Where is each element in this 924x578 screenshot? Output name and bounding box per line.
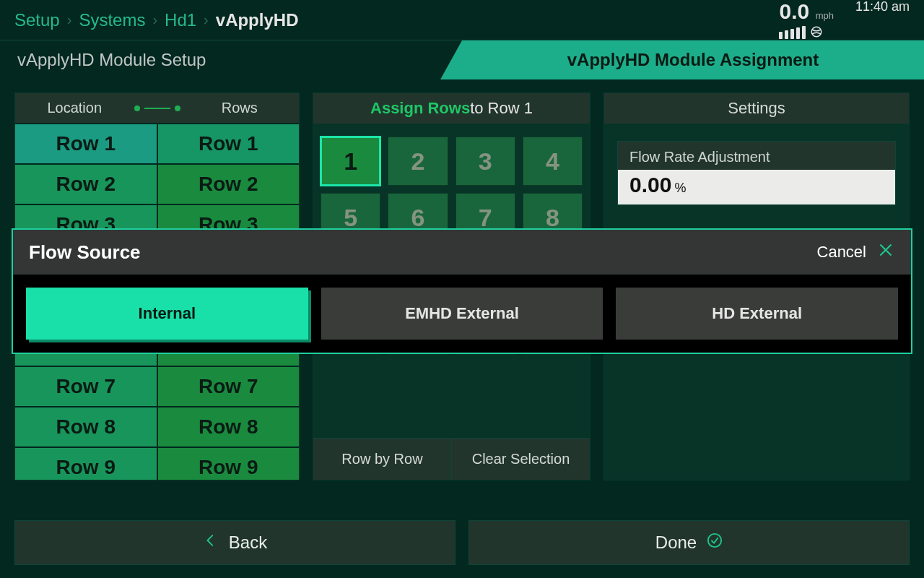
back-button[interactable]: Back xyxy=(14,520,456,565)
svg-point-1 xyxy=(708,534,721,547)
col-location: Location xyxy=(15,100,134,116)
clear-selection-button[interactable]: Clear Selection xyxy=(452,439,590,480)
close-icon xyxy=(876,241,895,264)
footer-bar: Back Done xyxy=(14,520,910,565)
table-row[interactable]: Row 9Row 9 xyxy=(15,447,299,480)
chevron-left-icon xyxy=(203,532,219,553)
svg-point-0 xyxy=(812,27,822,37)
row-cell[interactable]: Row 2 xyxy=(158,165,300,204)
flow-source-option[interactable]: HD External xyxy=(616,288,898,340)
speed-unit: mph xyxy=(816,10,834,21)
settings-header: Settings xyxy=(604,93,909,124)
breadcrumb: Setup › Systems › Hd1 › vApplyHD xyxy=(14,10,298,30)
chevron-right-icon: › xyxy=(152,12,157,28)
chevron-right-icon: › xyxy=(204,12,209,28)
cancel-button[interactable]: Cancel xyxy=(817,241,895,264)
location-cell[interactable]: Row 1 xyxy=(15,124,158,163)
tab-module-assignment[interactable]: vApplyHD Module Assignment xyxy=(462,40,924,79)
row-number-cell[interactable]: 2 xyxy=(388,137,448,186)
flow-source-option[interactable]: Internal xyxy=(26,288,308,340)
row-cell[interactable]: Row 7 xyxy=(158,367,300,406)
tab-module-setup[interactable]: vApplyHD Module Setup xyxy=(0,40,462,79)
check-circle-icon xyxy=(707,532,723,553)
crumb-systems[interactable]: Systems xyxy=(79,10,145,30)
chevron-right-icon: › xyxy=(67,12,72,28)
row-cell[interactable]: Row 8 xyxy=(158,407,300,447)
location-cell[interactable]: Row 7 xyxy=(15,367,158,406)
connection-icon xyxy=(134,105,180,111)
crumb-current: vApplyHD xyxy=(216,10,299,30)
table-row[interactable]: Row 7Row 7 xyxy=(15,366,299,406)
row-cell[interactable]: Row 1 xyxy=(158,124,300,163)
speed-value: 0.0 xyxy=(779,0,809,23)
modal-title: Flow Source xyxy=(29,241,141,264)
flow-source-modal: Flow Source Cancel InternalEMHD External… xyxy=(12,228,912,354)
location-cell[interactable]: Row 8 xyxy=(15,407,158,447)
crumb-setup[interactable]: Setup xyxy=(14,10,60,30)
assign-header: Assign Rows to Row 1 xyxy=(313,93,590,124)
table-row[interactable]: Row 8Row 8 xyxy=(15,406,299,447)
row-number-cell[interactable]: 4 xyxy=(523,137,583,186)
tab-bar: vApplyHD Module Setup vApplyHD Module As… xyxy=(0,40,924,79)
flow-rate-value: 0.00% xyxy=(618,170,895,204)
row-number-cell[interactable]: 3 xyxy=(456,137,515,186)
flow-rate-label: Flow Rate Adjustment xyxy=(618,142,895,170)
table-row[interactable]: Row 2Row 2 xyxy=(15,163,299,204)
location-cell[interactable]: Row 9 xyxy=(15,448,158,480)
speed-readout: 0.0 mph xyxy=(779,0,833,41)
signal-bars-icon xyxy=(779,27,806,39)
flow-rate-box[interactable]: Flow Rate Adjustment 0.00% xyxy=(617,141,896,205)
top-bar: Setup › Systems › Hd1 › vApplyHD 0.0 mph… xyxy=(0,0,924,40)
location-cell[interactable]: Row 2 xyxy=(15,165,158,204)
done-button[interactable]: Done xyxy=(468,520,910,565)
crumb-hd1[interactable]: Hd1 xyxy=(165,10,196,30)
status-area: 0.0 mph 11:40 am xyxy=(779,0,910,41)
clock: 11:40 am xyxy=(855,0,910,14)
row-number-cell[interactable]: 1 xyxy=(321,137,380,186)
flow-source-option[interactable]: EMHD External xyxy=(321,288,603,340)
col-rows: Rows xyxy=(180,100,300,116)
row-cell[interactable]: Row 9 xyxy=(158,448,300,480)
satellite-icon xyxy=(810,25,823,41)
table-row[interactable]: Row 1Row 1 xyxy=(15,123,299,163)
row-by-row-button[interactable]: Row by Row xyxy=(313,439,452,480)
